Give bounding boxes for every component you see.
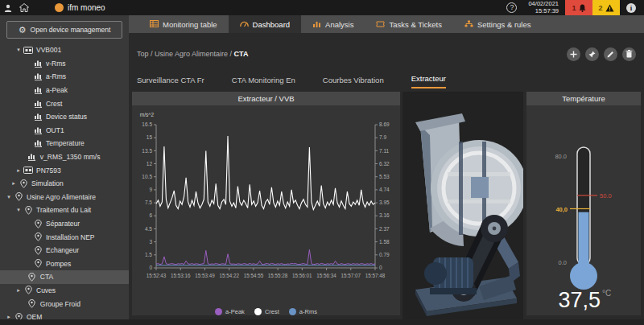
sidebar-item-echangeur[interactable]: Echangeur bbox=[0, 244, 129, 257]
chart-icon bbox=[32, 86, 43, 94]
caret-right-icon[interactable]: ▸ bbox=[14, 287, 23, 294]
breadcrumb-part[interactable]: Usine Agro Alimentaire bbox=[155, 50, 228, 58]
x-axis-tick: 15:53:16 bbox=[171, 273, 191, 278]
centrifugal-fan-illustration bbox=[402, 92, 523, 320]
sidebar-item-cta[interactable]: CTA bbox=[0, 270, 129, 284]
chart-panel-title: Extracteur / VVB bbox=[132, 92, 400, 105]
legend-item-crest[interactable]: Crest bbox=[254, 308, 279, 315]
edit-button[interactable] bbox=[604, 47, 617, 61]
tab-settings-rules[interactable]: Settings & rules bbox=[453, 15, 543, 33]
y-left-tick: 4.5 bbox=[145, 226, 152, 232]
sidebar-item-usine-agro-alimentaire[interactable]: ▾Usine Agro Alimentaire bbox=[0, 191, 129, 204]
sidebar-item-simulation[interactable]: ▸Simulation bbox=[0, 177, 129, 191]
device-icon bbox=[23, 167, 34, 174]
tab-tasks-tickets[interactable]: Tasks & Tickets bbox=[365, 15, 452, 33]
edit-icon bbox=[607, 51, 614, 58]
tab-label: Tasks & Tickets bbox=[389, 20, 441, 29]
sidebar-item-groupe-froid[interactable]: Groupe Froid bbox=[0, 297, 129, 311]
tab-analysis[interactable]: Analysis bbox=[301, 15, 365, 33]
sidebar-item-v-rms[interactable]: v-Rms bbox=[0, 57, 129, 71]
warning-threshold-label: 40,0 bbox=[555, 206, 568, 213]
sidebar-item-installation-nep[interactable]: Installation NEP bbox=[0, 230, 129, 244]
alarm-badge[interactable]: 1 bbox=[565, 0, 592, 15]
thermo-bulb bbox=[570, 262, 597, 290]
home-icon[interactable] bbox=[16, 0, 32, 15]
delete-button[interactable] bbox=[622, 47, 636, 61]
open-device-management-button[interactable]: ⚙ Open device management bbox=[6, 21, 122, 39]
rules-icon bbox=[464, 20, 473, 29]
breadcrumb-part[interactable]: Top bbox=[137, 50, 149, 58]
analysis-icon bbox=[312, 20, 321, 29]
info-icon[interactable]: i bbox=[626, 3, 636, 13]
sidebar-item-label: v_RMS_1350 mm/s bbox=[40, 153, 101, 161]
caret-down-icon[interactable]: ▾ bbox=[14, 47, 23, 53]
add-button[interactable] bbox=[567, 47, 580, 61]
temperature-unit: °C bbox=[602, 289, 611, 298]
caret-down-icon[interactable]: ▾ bbox=[5, 194, 13, 200]
chart-panel: Extracteur / VVB m/s^216.51513.51210.597… bbox=[132, 92, 400, 315]
pin-icon bbox=[27, 273, 38, 282]
dashboard-tab-extracteur[interactable]: Extracteur bbox=[411, 74, 446, 88]
series-a-peak bbox=[156, 249, 375, 264]
vibration-chart[interactable]: m/s^216.51513.51210.597.564.531.508.697.… bbox=[132, 105, 400, 301]
pin-button[interactable] bbox=[585, 47, 599, 61]
sidebar-item-out1[interactable]: OUT1 bbox=[0, 124, 129, 138]
sidebar-item-label: Simulation bbox=[31, 179, 64, 187]
help-icon[interactable]: ? bbox=[506, 2, 517, 13]
y-right-tick: 5.53 bbox=[379, 174, 390, 179]
thermo-min-label: 0.0 bbox=[559, 259, 567, 266]
pin-icon bbox=[18, 179, 29, 188]
legend-item-a-rms[interactable]: a-Rms bbox=[289, 308, 317, 315]
sidebar-item-temperature[interactable]: Temperature bbox=[0, 137, 129, 150]
dashboard-tab-cta-monitoring-en[interactable]: CTA Monitoring En bbox=[232, 76, 295, 88]
legend-label: Crest bbox=[265, 308, 279, 315]
sidebar-item-traitement-du-lait[interactable]: ▾Traitement du Lait bbox=[0, 204, 129, 217]
tab-dashboard[interactable]: Dashboard bbox=[229, 15, 301, 33]
pin-action-icon bbox=[588, 51, 596, 58]
dashboard-tab-courbes-vibration[interactable]: Courbes Vibration bbox=[323, 76, 384, 88]
pin-icon bbox=[32, 232, 43, 241]
sidebar-item-label: Groupe Froid bbox=[40, 300, 80, 308]
tab-monitoring-table[interactable]: Monitoring table bbox=[138, 15, 229, 33]
thermometer-gauge: 80.0 0.0 50.0 40,0 37,5 °C bbox=[526, 105, 641, 315]
y-left-tick: 15 bbox=[147, 134, 153, 140]
breadcrumb-part[interactable]: CTA bbox=[234, 50, 249, 58]
app-root: ifm moneo ? 04/02/2021 15:57:39 1 2 i Mo… bbox=[0, 0, 644, 325]
sidebar-item-crest[interactable]: Crest bbox=[0, 97, 129, 110]
device-tree: ▾VVB001v-Rmsa-Rmsa-PeakCrestDevice statu… bbox=[0, 43, 129, 323]
chart-icon bbox=[32, 126, 43, 134]
caret-right-icon[interactable]: ▸ bbox=[10, 180, 18, 187]
y-left-tick: 12 bbox=[147, 161, 153, 167]
sidebar-item-pn7593[interactable]: ▸PN7593 bbox=[0, 163, 129, 177]
sidebar-item-a-peak[interactable]: a-Peak bbox=[0, 84, 129, 97]
dashboard-tab-surveillance-cta-fr[interactable]: Surveillance CTA Fr bbox=[137, 76, 204, 88]
y-left-tick: 0 bbox=[149, 265, 152, 270]
legend-item-a-peak[interactable]: a-Peak bbox=[215, 308, 245, 315]
sidebar-item-cuves[interactable]: ▸Cuves bbox=[0, 284, 129, 298]
sidebar-item-label: a-Rms bbox=[46, 72, 66, 80]
sidebar-item-v-rms-1350-mm-s[interactable]: v_RMS_1350 mm/s bbox=[0, 150, 129, 164]
user-icon[interactable] bbox=[0, 0, 16, 15]
pin-icon bbox=[27, 299, 38, 308]
fan-image bbox=[402, 92, 523, 320]
warning-count: 2 bbox=[598, 4, 602, 12]
temperature-panel-title: Température bbox=[526, 92, 641, 105]
caret-down-icon[interactable]: ▾ bbox=[14, 207, 23, 213]
x-axis-tick: 15:57:48 bbox=[365, 273, 386, 278]
device-icon bbox=[23, 47, 34, 54]
y-left-tick: 9 bbox=[149, 187, 152, 192]
caret-right-icon[interactable]: ▸ bbox=[14, 167, 23, 174]
sidebar-item-label: Pompes bbox=[46, 260, 71, 268]
delete-icon bbox=[625, 50, 633, 58]
sidebar-item-a-rms[interactable]: a-Rms bbox=[0, 70, 129, 84]
sidebar-item-s-parateur[interactable]: Séparateur bbox=[0, 217, 129, 231]
y-right-tick: 2.37 bbox=[379, 226, 390, 232]
brand: ifm moneo bbox=[55, 3, 105, 12]
page-actions bbox=[567, 47, 636, 61]
sidebar-item-vvb001[interactable]: ▾VVB001 bbox=[0, 43, 129, 57]
y-axis-unit-label: m/s^2 bbox=[140, 112, 155, 117]
sidebar-item-pompes[interactable]: Pompes bbox=[0, 257, 129, 271]
sidebar-item-device-status[interactable]: Device status bbox=[0, 110, 129, 124]
thermo-fill bbox=[579, 212, 589, 265]
warning-badge[interactable]: 2 bbox=[592, 0, 620, 15]
